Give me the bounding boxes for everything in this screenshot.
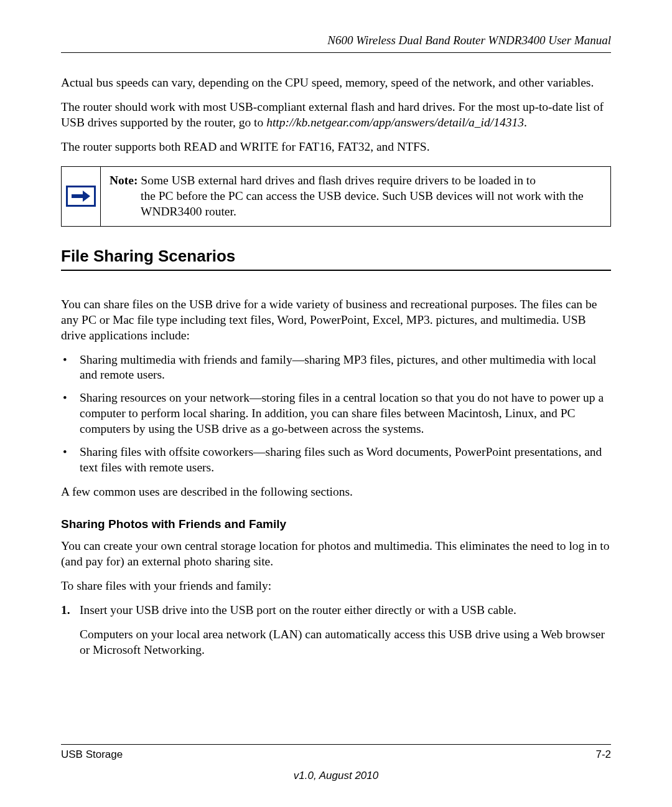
step-text: Insert your USB drive into the USB port … [80, 603, 516, 616]
body-paragraph: You can share files on the USB drive for… [61, 297, 611, 344]
body-paragraph: You can create your own central storage … [61, 539, 611, 570]
note-label: Note: [110, 174, 138, 187]
note-callout: Note: Some USB external hard drives and … [61, 166, 611, 227]
subsection-heading: Sharing Photos with Friends and Family [61, 517, 611, 531]
footer-section-name: USB Storage [61, 748, 123, 761]
body-paragraph: To share files with your friends and fam… [61, 578, 611, 594]
list-item: Sharing resources on your network—storin… [61, 390, 611, 437]
body-paragraph: Actual bus speeds can vary, depending on… [61, 75, 611, 91]
list-item: Sharing files with offsite coworkers—sha… [61, 445, 611, 476]
note-text: Note: Some USB external hard drives and … [100, 167, 610, 226]
footer-version: v1.0, August 2010 [61, 770, 611, 782]
header-title: N600 Wireless Dual Band Router WNDR3400 … [327, 34, 611, 47]
body-paragraph: A few common uses are described in the f… [61, 484, 611, 500]
note-line: the PC before the PC can access the USB … [110, 189, 602, 220]
section-heading: File Sharing Scenarios [61, 247, 611, 271]
page-header: N600 Wireless Dual Band Router WNDR3400 … [61, 34, 611, 53]
note-icon-wrap [62, 167, 100, 226]
step-subtext: Computers on your local area network (LA… [80, 627, 611, 658]
list-item: Sharing multimedia with friends and fami… [61, 352, 611, 384]
note-line: Some USB external hard drives and flash … [138, 174, 536, 187]
body-paragraph: The router should work with most USB-com… [61, 100, 611, 131]
body-paragraph: The router supports both READ and WRITE … [61, 139, 611, 155]
step-number: 1. [61, 603, 70, 618]
page-footer: USB Storage 7-2 v1.0, August 2010 [61, 744, 611, 782]
text-fragment: . [524, 116, 527, 129]
url-text: http://kb.netgear.com/app/answers/detail… [266, 116, 524, 129]
arrow-right-icon [66, 186, 96, 207]
ordered-list: 1. Insert your USB drive into the USB po… [61, 603, 611, 658]
footer-page-number: 7-2 [595, 748, 611, 761]
list-item: 1. Insert your USB drive into the USB po… [61, 603, 611, 658]
footer-line: USB Storage 7-2 [61, 744, 611, 761]
bullet-list: Sharing multimedia with friends and fami… [61, 352, 611, 476]
